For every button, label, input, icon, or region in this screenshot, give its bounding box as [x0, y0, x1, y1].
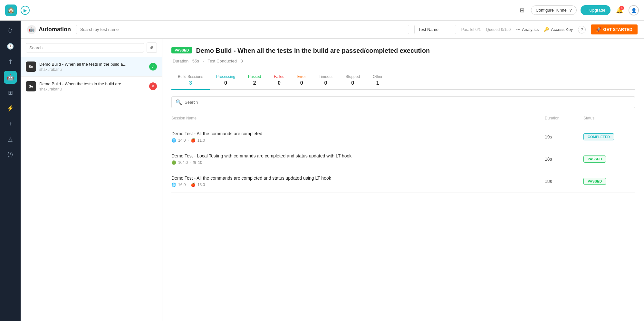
logo[interactable]: 🏠 [5, 5, 17, 16]
stat-label-failed: Failed [274, 74, 284, 79]
content-area: 🤖 Automation Test Name Parallel 0/1 Queu… [21, 21, 644, 321]
passed-badge: PASSED [171, 47, 192, 53]
topbar: 🏠 ▶ ⊞ Configure Tunnel ? + Upgrade 🔔 6 👤 [0, 0, 644, 21]
os-icon-1: 🍎 [191, 138, 196, 143]
browser-icon-2: 🟢 [171, 160, 176, 165]
help-button[interactable]: ? [578, 26, 586, 33]
sidebar-item-grid[interactable]: ⊞ [4, 86, 17, 99]
os-version-1: 11.0 [197, 138, 205, 143]
left-search-input[interactable] [26, 43, 144, 52]
build-user-2: shakurabanu [39, 87, 146, 91]
os-version-2: 10 [198, 160, 202, 165]
session-duration-3: 18s [545, 179, 583, 184]
stat-value-failed: 0 [274, 80, 284, 86]
upgrade-button[interactable]: + Upgrade [581, 5, 610, 15]
get-started-button[interactable]: 🚀 GET STARTED [591, 24, 638, 34]
analytics-chart-icon: 〜 [516, 27, 520, 33]
sidebar: ⏱ 🕐 ⬆ 🤖 ⊞ ⚡ ＋ △ ⟨/⟩ [0, 21, 21, 321]
stat-label-passed: Passed [248, 74, 261, 79]
stat-error[interactable]: Error 0 [291, 71, 312, 89]
stat-processing[interactable]: Processing 0 [210, 71, 242, 89]
th-status: Status [583, 116, 635, 120]
build-detail-title: Demo Build - When all the tests in the b… [196, 46, 430, 55]
build-status-failed-icon: ✕ [149, 82, 157, 90]
sidebar-item-add[interactable]: ＋ [4, 117, 17, 130]
sidebar-item-lightning[interactable]: ⚡ [4, 102, 17, 115]
browser-icon-1: 🌐 [171, 138, 176, 143]
stat-value-passed: 2 [248, 80, 261, 86]
session-name-2: Demo Test - Local Testing with commands … [171, 153, 545, 158]
duration-label: Duration [173, 59, 188, 63]
body-split: ⚟ Se Demo Build - When all the tests in … [21, 39, 644, 321]
session-row-3[interactable]: Demo Test - All the commands are complet… [171, 170, 635, 193]
nav-forward-btn[interactable]: ▶ [21, 6, 30, 15]
stat-passed[interactable]: Passed 2 [242, 71, 267, 89]
session-search-input[interactable] [185, 100, 631, 105]
sidebar-item-automation[interactable]: 🤖 [4, 71, 17, 84]
test-name-select[interactable]: Test Name [414, 25, 456, 34]
notification-badge: 6 [620, 6, 624, 10]
filter-button[interactable]: ⚟ [147, 42, 157, 53]
test-conducted-label: Test Conducted [208, 59, 237, 63]
analytics-button[interactable]: 〜 Analytics [516, 27, 539, 33]
automation-title: 🤖 Automation [27, 25, 71, 34]
status-badge-passed-2: PASSED [583, 156, 606, 163]
stat-build-sessions[interactable]: Build Sessions 3 [171, 71, 210, 90]
test-conducted-value: 3 [241, 59, 243, 63]
build-info-1: Demo Build - When all the tests in the b… [39, 62, 146, 72]
sidebar-item-history[interactable]: 🕐 [4, 40, 17, 53]
build-list: Se Demo Build - When all the tests in th… [21, 57, 162, 321]
session-row-1[interactable]: Demo Test - All the commands are complet… [171, 126, 635, 148]
configure-tunnel-button[interactable]: Configure Tunnel ? [531, 5, 577, 15]
browser-version-1: 14.0 [178, 138, 186, 143]
user-avatar[interactable]: 👤 [629, 5, 639, 15]
browser-icon-3: 🌐 [171, 183, 176, 187]
build-avatar-2: Se [26, 81, 36, 91]
left-panel: ⚟ Se Demo Build - When all the tests in … [21, 39, 162, 321]
session-duration-2: 18s [545, 156, 583, 162]
build-detail-header: PASSED Demo Build - When all the tests i… [171, 46, 635, 55]
build-name-2: Demo Build - When the tests in the build… [39, 81, 146, 86]
sidebar-item-upload[interactable]: ⬆ [4, 55, 17, 68]
stat-stopped[interactable]: Stopped 0 [339, 71, 366, 89]
session-name-3: Demo Test - All the commands are complet… [171, 175, 545, 181]
session-duration-1: 19s [545, 134, 583, 139]
sidebar-item-code[interactable]: ⟨/⟩ [4, 148, 17, 161]
th-duration: Duration [545, 116, 583, 120]
grid-icon[interactable]: ⊞ [520, 7, 524, 14]
stat-value-error: 0 [297, 80, 306, 86]
build-item-1[interactable]: Se Demo Build - When all the tests in th… [21, 57, 162, 77]
stat-value-timeout: 0 [319, 80, 332, 86]
question-icon: ? [570, 8, 572, 13]
search-by-test-name-input[interactable] [76, 25, 409, 34]
build-name-1: Demo Build - When all the tests in the b… [39, 62, 146, 67]
rocket-icon: 🚀 [596, 27, 601, 32]
left-panel-header: ⚟ [21, 39, 162, 57]
meta-dot: · [203, 59, 204, 63]
session-search-icon: 🔍 [176, 99, 182, 105]
sidebar-item-shapes[interactable]: △ [4, 133, 17, 146]
session-info-3: Demo Test - All the commands are complet… [171, 175, 545, 187]
access-key-button[interactable]: 🔑 Access Key [544, 27, 573, 32]
notification-bell[interactable]: 🔔 6 [614, 5, 625, 15]
session-name-1: Demo Test - All the commands are complet… [171, 131, 545, 136]
key-icon: 🔑 [544, 27, 549, 32]
build-info-2: Demo Build - When the tests in the build… [39, 81, 146, 91]
stat-other[interactable]: Other 1 [366, 71, 389, 89]
stat-timeout[interactable]: Timeout 0 [312, 71, 339, 89]
stat-label-timeout: Timeout [319, 74, 332, 79]
session-row-2[interactable]: Demo Test - Local Testing with commands … [171, 148, 635, 170]
build-item-2[interactable]: Se Demo Build - When the tests in the bu… [21, 77, 162, 96]
build-meta: Duration 55s · Test Conducted 3 [171, 59, 635, 63]
stat-label-processing: Processing [216, 74, 235, 79]
stats-row: Build Sessions 3 Processing 0 Passed 2 F… [171, 71, 635, 90]
stat-value-other: 1 [373, 80, 382, 86]
sidebar-item-dashboard[interactable]: ⏱ [4, 24, 17, 37]
main-layout: ⏱ 🕐 ⬆ 🤖 ⊞ ⚡ ＋ △ ⟨/⟩ 🤖 Automation Test Na… [0, 21, 644, 321]
session-info-1: Demo Test - All the commands are complet… [171, 131, 545, 143]
stat-failed[interactable]: Failed 0 [267, 71, 291, 89]
build-user-1: shakurabanu [39, 67, 146, 72]
stat-label-build-sessions: Build Sessions [178, 74, 203, 79]
os-icon-2: ⊞ [193, 160, 196, 165]
session-status-3: PASSED [583, 178, 635, 185]
